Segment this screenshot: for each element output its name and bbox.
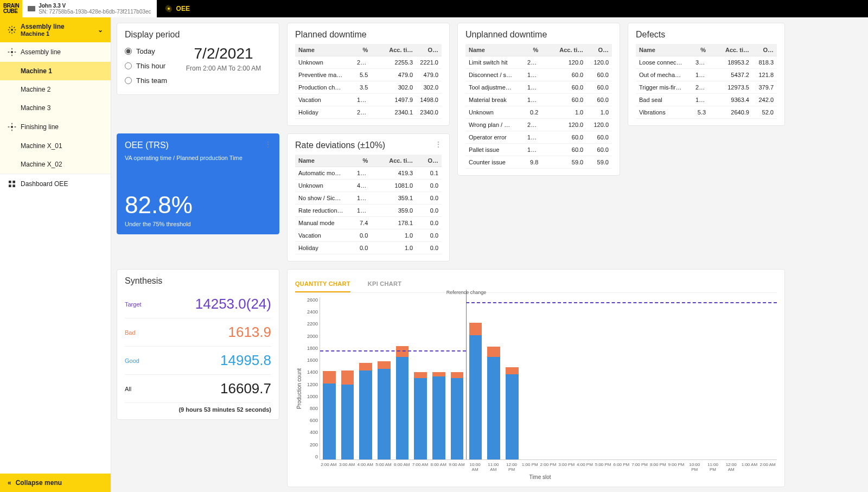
table-row[interactable]: Vacation17.21497.91498.0 [295,94,442,106]
chart-bar[interactable] [686,297,704,459]
table-row[interactable]: Disconnect / s…10.060.060.0 [465,69,612,81]
period-radio-this-hour[interactable]: This hour [125,59,167,73]
kebab-menu-icon[interactable]: ⋮ [435,140,442,148]
serial-number: SN: 72758b5a-193b-428e-b6db-73f2117b03ec [39,9,151,15]
table-row[interactable]: Preventive ma…5.5479.0479.0 [295,69,442,81]
chart-bar[interactable] [576,297,595,459]
col-o[interactable]: O… [416,44,442,56]
table-row[interactable]: Material break10.060.060.0 [465,94,612,106]
kebab-menu-icon[interactable]: ⋮ [265,140,271,148]
table-row[interactable]: Holiday0.01.00.0 [295,242,442,254]
col-acc[interactable]: Acc. ti… [709,44,752,56]
table-row[interactable]: Week-end17.51525.11525.0 [295,119,442,119]
sidebar-group-header[interactable]: Finishing line [0,117,111,137]
chart-bar[interactable] [356,297,375,459]
sidebar-item-machine[interactable]: Machine X_02 [0,155,111,174]
table-row[interactable]: Vacation0.01.00.0 [295,229,442,242]
chart-bar[interactable] [375,297,393,459]
chart-bar[interactable] [503,297,521,459]
col-acc[interactable]: Acc. ti… [371,44,416,56]
table-row[interactable]: Unknown0.21.01.0 [465,106,612,119]
col-o[interactable]: O… [416,155,442,167]
chart-bar[interactable] [539,297,558,459]
table-row[interactable]: Rate reduction…15.0359.00.0 [295,205,442,217]
col-name[interactable]: Name [295,155,354,167]
col-pct[interactable]: % [692,44,709,56]
table-row[interactable]: Out of mecha…11.05437.2121.8 [636,69,777,81]
col-o[interactable]: O… [752,44,777,56]
col-pct[interactable]: % [354,44,371,56]
tab-kpi-chart[interactable]: KPI CHART [368,276,402,292]
table-row[interactable]: Bad seal19.09363.4242.0 [636,94,777,106]
x-tick: 1:00 AM [741,460,759,472]
chart-bar[interactable] [339,297,357,459]
period-radio-today[interactable]: Today [125,44,167,59]
sidebar-item-machine[interactable]: Machine 1 [0,62,111,80]
sidebar-item-machine[interactable]: Machine X_01 [0,137,111,155]
table-row[interactable]: Production ch…3.5302.0302.0 [295,81,442,94]
collapse-menu[interactable]: « Collapse menu [0,474,111,492]
chart-bar[interactable] [649,297,667,459]
chart-bar[interactable] [612,297,631,459]
chart-bar[interactable] [722,297,741,459]
col-pct[interactable]: % [524,44,541,56]
table-row[interactable]: Limit switch hit20.0120.0120.0 [465,56,612,69]
chart-bar[interactable] [448,297,467,459]
period-radio-this-team[interactable]: This team [125,73,167,88]
table-row[interactable]: Trigger mis-fir…26.312973.5379.7 [636,81,777,94]
sidebar-item-machine[interactable]: Machine 3 [0,99,111,117]
col-acc[interactable]: Acc. ti… [371,155,416,167]
chart-bar[interactable] [467,297,485,459]
table-row[interactable]: Operator error10.060.060.0 [465,131,612,144]
chart-bar[interactable] [594,297,612,459]
chart-bar[interactable] [759,297,777,459]
table-row[interactable]: Pallet issue10.060.060.0 [465,144,612,156]
cell-pct: 7.4 [354,217,371,229]
profile-chip[interactable]: John 3.3 V SN: 72758b5a-193b-428e-b6db-7… [22,0,156,17]
bar-bad-segment [506,367,519,374]
table-row[interactable]: Tool adjustme…10.060.060.0 [465,81,612,94]
cell-acc: 59.0 [541,156,586,169]
table-row[interactable]: No show / Sic…15.0359.10.0 [295,192,442,205]
x-tick: 11:00 PM [704,460,722,472]
chart-bar[interactable] [631,297,649,459]
radio-input[interactable] [125,77,132,84]
cell-pct: 15.0 [354,205,371,217]
cell-name: Preventive ma… [295,69,354,81]
chart-bar[interactable] [558,297,576,459]
col-name[interactable]: Name [636,44,692,56]
chart-bar[interactable] [484,297,503,459]
chart-bar[interactable] [393,297,412,459]
col-o[interactable]: O… [586,44,612,56]
table-row[interactable]: Wrong plan / …20.0120.0120.0 [465,119,612,131]
table-row[interactable]: Manual mode7.4178.10.0 [295,217,442,229]
sidebar-dashboard-oee[interactable]: Dashboard OEE [0,174,111,194]
col-name[interactable]: Name [465,44,524,56]
table-row[interactable]: Loose connec…38.418953.2818.3 [636,56,777,69]
chart-bar[interactable] [667,297,686,459]
table-row[interactable]: Unknown25.92255.32221.0 [295,56,442,69]
radio-input[interactable] [125,62,132,69]
reference-label: Reference change [446,290,487,295]
col-name[interactable]: Name [295,44,354,56]
app-chip[interactable]: OEE [157,0,197,17]
chart-bar[interactable] [704,297,722,459]
table-row[interactable]: Automatic mo…17.5419.30.1 [295,167,442,180]
chart-bar[interactable] [521,297,540,459]
table-row[interactable]: Unknown45.11081.00.0 [295,180,442,192]
sidebar-context[interactable]: Assembly line Machine 1 ⌄ [0,17,111,42]
cell-acc: 1.0 [371,242,416,254]
col-pct[interactable]: % [354,155,371,167]
table-row[interactable]: Counter issue9.859.059.0 [465,156,612,169]
table-row[interactable]: Vibrations5.32640.952.0 [636,106,777,119]
col-acc[interactable]: Acc. ti… [541,44,586,56]
chart-bar[interactable] [411,297,430,459]
radio-input[interactable] [125,48,132,55]
table-row[interactable]: Holiday26.92340.12340.0 [295,106,442,119]
chart-bar[interactable] [741,297,759,459]
tab-quantity-chart[interactable]: QUANTITY CHART [295,276,350,292]
sidebar-item-machine[interactable]: Machine 2 [0,80,111,99]
sidebar-group-header[interactable]: Assembly line [0,42,111,62]
chart-bar[interactable] [320,297,339,459]
chart-bar[interactable] [430,297,448,459]
